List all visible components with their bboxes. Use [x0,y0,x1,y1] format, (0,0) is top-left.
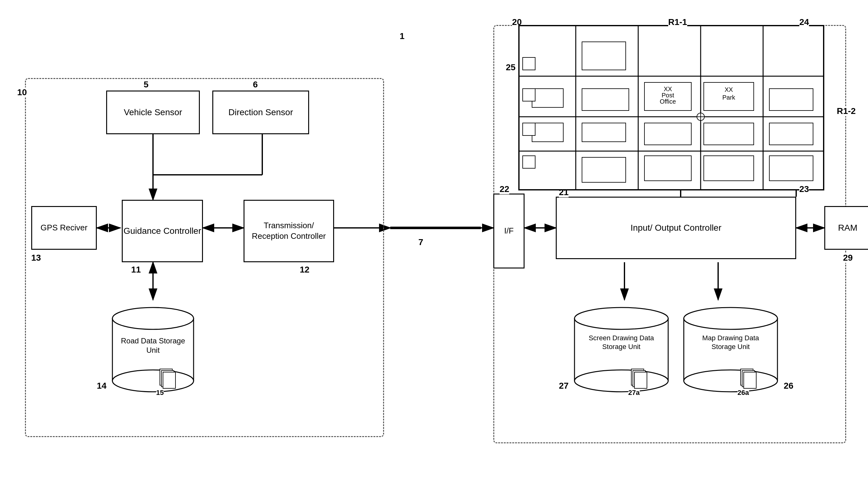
svg-rect-76 [523,89,535,101]
gps-receiver-box: GPS Reciver [31,206,97,250]
svg-point-21 [113,370,194,392]
svg-text:XX: XX [725,86,733,93]
svg-rect-43 [744,372,756,388]
if-label: I/F [504,226,514,236]
svg-rect-69 [704,123,754,145]
vehicle-sensor-label: Vehicle Sensor [124,107,182,118]
svg-rect-53 [532,123,563,142]
svg-point-30 [575,307,668,329]
input-output-box: Input/ Output Controller [556,197,796,259]
svg-rect-68 [645,123,691,145]
guidance-controller-box: Guidance Controller [122,200,203,262]
svg-rect-55 [582,89,629,110]
input-output-label: Input/ Output Controller [630,222,721,233]
road-doc-icon [159,368,177,390]
gps-receiver-label: GPS Reciver [40,223,87,233]
ram-box: RAM [824,206,868,250]
svg-rect-78 [523,156,535,168]
svg-text:Post: Post [662,92,674,99]
svg-point-29 [575,370,668,392]
svg-text:XX: XX [664,86,672,92]
svg-rect-54 [582,42,626,70]
svg-text:Office: Office [660,98,676,105]
svg-text:Map Drawing Data: Map Drawing Data [702,334,760,342]
ref-label-r1-2: R1-2 [837,106,856,116]
ref-label-25: 25 [506,62,516,72]
svg-text:Storage Unit: Storage Unit [602,343,640,351]
svg-rect-71 [704,156,754,181]
svg-rect-56 [582,123,626,142]
svg-text:Unit: Unit [147,346,160,354]
svg-rect-77 [523,123,535,135]
guidance-controller-label: Guidance Controller [123,225,201,237]
map-doc-icon [740,368,757,390]
direction-sensor-box: Direction Sensor [212,91,309,134]
ref-label-27a: 27a [628,389,640,397]
svg-rect-52 [532,89,563,107]
ref-label-23: 23 [799,184,809,194]
ref-label-26: 26 [784,381,794,391]
ref-label-7: 7 [418,237,423,247]
map-display: XX Post Office XX Park [518,25,824,190]
svg-rect-27 [163,372,176,388]
screen-doc-icon [631,368,648,390]
ref-label-24: 24 [799,17,809,27]
svg-rect-70 [645,156,691,181]
svg-point-22 [113,307,194,329]
svg-point-37 [684,370,777,392]
ref-label-11: 11 [131,265,141,275]
ref-label-13: 13 [31,253,41,263]
ref-label-5: 5 [144,79,149,90]
ref-label-14: 14 [97,381,106,391]
transmission-box: Transmission/ Reception Controller [244,200,334,262]
svg-rect-74 [769,156,813,181]
svg-text:Park: Park [722,94,735,101]
ref-label-29: 29 [843,253,853,263]
svg-text:Screen Drawing Data: Screen Drawing Data [589,334,654,342]
svg-rect-35 [634,372,647,388]
ref-label-10: 10 [17,88,27,97]
svg-text:Road Data Storage: Road Data Storage [121,336,185,345]
ref-label-12: 12 [300,265,309,275]
vehicle-sensor-box: Vehicle Sensor [106,91,200,134]
svg-rect-57 [582,157,626,182]
ref-label-22: 22 [500,184,509,194]
transmission-label: Transmission/ Reception Controller [245,220,333,241]
ref-label-15: 15 [156,389,164,397]
ram-label: RAM [838,222,857,233]
ref-label-r1-1: R1-1 [668,17,687,27]
svg-text:Storage Unit: Storage Unit [712,343,750,351]
if-box: I/F [493,194,525,268]
road-data-cylinder: Road Data Storage Unit 14 15 [106,300,200,393]
svg-point-38 [684,307,777,329]
svg-rect-72 [769,89,813,110]
ref-label-6: 6 [253,79,258,90]
ref-label-26a: 26a [738,389,749,397]
direction-sensor-label: Direction Sensor [228,107,293,118]
ref-label-27: 27 [559,381,568,391]
screen-drawing-cylinder: Screen Drawing Data Storage Unit 27 27a [568,300,674,393]
ref-label-1: 1 [400,31,405,41]
svg-rect-73 [769,123,813,145]
map-drawing-cylinder: Map Drawing Data Storage Unit 26 26a [678,300,784,393]
diagram-container: 1 10 20 Vehicle Sensor 5 Direction Senso… [0,0,868,487]
svg-rect-75 [523,58,535,70]
